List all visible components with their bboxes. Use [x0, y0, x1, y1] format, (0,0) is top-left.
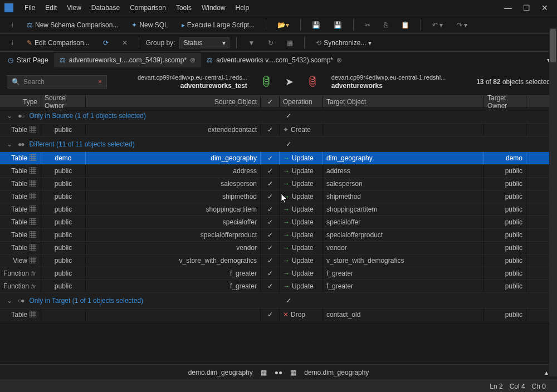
- cut-button[interactable]: ✂: [360, 19, 375, 31]
- new-sql-button[interactable]: ✦ New SQL: [127, 19, 172, 31]
- paste-button[interactable]: 📋: [397, 19, 414, 31]
- row-checkbox[interactable]: ✓: [261, 229, 280, 241]
- menu-edit[interactable]: Edit: [41, 2, 61, 14]
- tab[interactable]: ⚖adventureworks v....com_5432).scomp*⊗: [201, 53, 348, 67]
- menu-tools[interactable]: Tools: [172, 2, 196, 14]
- chevron-down-icon[interactable]: ⌄: [7, 140, 12, 148]
- col-check[interactable]: ✓: [261, 96, 280, 107]
- undo-button[interactable]: ↶ ▾: [428, 19, 447, 31]
- svg-rect-35: [30, 231, 36, 238]
- table-row[interactable]: Table publicspecialoffer✓→Updatespecialo…: [0, 216, 557, 229]
- title-bar: FileEditViewDatabaseComparisonToolsWindo…: [0, 0, 557, 16]
- group-label[interactable]: Only in Source (1 of 1 objects selected): [30, 112, 146, 120]
- execute-button[interactable]: ▸ Execute Large Script...: [177, 19, 259, 31]
- copy-button[interactable]: ⎘: [379, 19, 392, 31]
- dropdown-icon[interactable]: ⁞: [7, 37, 18, 49]
- open-button[interactable]: 📂▾: [273, 19, 294, 31]
- maximize-button[interactable]: ☐: [523, 3, 530, 12]
- row-source-owner: public: [41, 229, 86, 241]
- group-label[interactable]: Different (11 of 11 objects selected): [30, 140, 135, 148]
- search-input[interactable]: 🔍 Search ×: [7, 75, 107, 89]
- group-check[interactable]: ✓: [286, 297, 291, 305]
- col-source-owner[interactable]: Source Owner: [41, 96, 86, 107]
- close-button[interactable]: ✕: [541, 3, 548, 12]
- report-button[interactable]: ▦: [282, 37, 297, 49]
- table-row[interactable]: Table publicspecialofferproduct✓→Updates…: [0, 229, 557, 242]
- type-icon: fx: [31, 282, 37, 290]
- chevron-down-icon[interactable]: ⌄: [7, 112, 12, 120]
- group-by-dropdown[interactable]: Status▾: [179, 37, 229, 48]
- table-row[interactable]: Function fxpublicf_greater✓→Updatef_grea…: [0, 280, 557, 293]
- row-checkbox[interactable]: ✓: [261, 152, 280, 164]
- table-icon: ▦: [261, 369, 267, 376]
- menu-file[interactable]: File: [20, 2, 40, 14]
- filter-button[interactable]: ▼: [243, 37, 259, 49]
- menu-help[interactable]: Help: [231, 2, 254, 14]
- new-schema-button[interactable]: ⚖ New Schema Comparison...: [22, 19, 123, 31]
- row-target-object: specialoffer: [323, 216, 484, 228]
- menu-view[interactable]: View: [62, 2, 86, 14]
- clear-search-icon[interactable]: ×: [98, 78, 102, 86]
- scrollbar[interactable]: [549, 68, 557, 376]
- table-row[interactable]: Table publicsalesperson✓→Updatesalespers…: [0, 178, 557, 190]
- col-operation[interactable]: Operation: [280, 96, 323, 107]
- group-indicator: ●○: [18, 112, 24, 120]
- row-checkbox[interactable]: ✓: [261, 242, 280, 254]
- row-target-object: salesperson: [323, 178, 484, 190]
- row-checkbox[interactable]: ✓: [261, 190, 280, 203]
- expand-icon[interactable]: ▴: [545, 369, 548, 376]
- table-row[interactable]: Table publicaddress✓→Updateaddresspublic: [0, 165, 557, 178]
- type-icon: [30, 205, 37, 213]
- group-header[interactable]: ⌄●●Different (11 of 11 objects selected)…: [0, 136, 557, 152]
- dropdown-icon[interactable]: ⁞: [7, 19, 18, 31]
- col-source-object[interactable]: Source Object: [86, 96, 261, 107]
- col-target-owner[interactable]: Target Owner: [484, 96, 526, 107]
- row-checkbox[interactable]: ✓: [261, 203, 280, 215]
- edit-comparison-button[interactable]: ✎ Edit Comparison...: [22, 37, 94, 49]
- update-icon: →: [283, 231, 290, 239]
- row-checkbox[interactable]: ✓: [261, 178, 280, 190]
- tab[interactable]: ⚖adventureworks_t....com_5439).scomp*⊗: [54, 53, 201, 67]
- swap-button[interactable]: ↻: [263, 37, 278, 49]
- redo-button[interactable]: ↷ ▾: [452, 19, 472, 31]
- row-source-owner: public: [41, 254, 86, 267]
- menu-window[interactable]: Window: [197, 2, 230, 14]
- source-db: devart.cp99r4ediwxp.eu-central-1.reds...…: [138, 74, 247, 90]
- table-row[interactable]: Table ✓✕Dropcontact_oldpublic: [0, 308, 557, 321]
- minimize-button[interactable]: ―: [504, 3, 512, 12]
- row-checkbox[interactable]: ✓: [261, 254, 280, 267]
- row-checkbox[interactable]: ✓: [261, 308, 280, 321]
- menu-database[interactable]: Database: [87, 2, 124, 14]
- row-checkbox[interactable]: ✓: [261, 267, 280, 280]
- group-check[interactable]: ✓: [286, 140, 291, 148]
- table-row[interactable]: View publicv_store_with_demografics✓→Upd…: [0, 254, 557, 267]
- tab-close-icon[interactable]: ⊗: [336, 56, 342, 64]
- group-header[interactable]: ⌄○●Only in Target (1 of 1 objects select…: [0, 293, 557, 308]
- col-target-object[interactable]: Target Object: [323, 96, 484, 107]
- row-checkbox[interactable]: ✓: [261, 124, 280, 136]
- group-header[interactable]: ⌄●○Only in Source (1 of 1 objects select…: [0, 108, 557, 124]
- chevron-down-icon[interactable]: ⌄: [7, 297, 12, 305]
- row-operation: →Update: [280, 216, 323, 228]
- save-button[interactable]: 💾: [307, 19, 325, 31]
- table-row[interactable]: Table publicshoppingcartitem✓→Updateshop…: [0, 203, 557, 216]
- table-row[interactable]: Table demodim_geography✓→Updatedim_geogr…: [0, 152, 557, 165]
- target-db: devart.cp99r4ediwxp.eu-central-1.redshi.…: [331, 74, 446, 90]
- menu-comparison[interactable]: Comparison: [125, 2, 170, 14]
- row-checkbox[interactable]: ✓: [261, 216, 280, 228]
- tab[interactable]: ◷Start Page: [2, 53, 54, 67]
- table-row[interactable]: Table publicvendor✓→Updatevendorpublic: [0, 242, 557, 254]
- table-row[interactable]: Table publicextendedcontact✓✦Create: [0, 124, 557, 136]
- col-type[interactable]: Type: [0, 96, 41, 107]
- synchronize-button[interactable]: ⟲ Synchronize... ▾: [311, 37, 376, 49]
- group-check[interactable]: ✓: [286, 112, 291, 120]
- row-checkbox[interactable]: ✓: [261, 165, 280, 177]
- row-checkbox[interactable]: ✓: [261, 280, 280, 292]
- table-row[interactable]: Function fxpublicf_greater✓→Updatef_grea…: [0, 267, 557, 280]
- refresh-button[interactable]: ⟳: [99, 37, 113, 49]
- group-label[interactable]: Only in Target (1 of 1 objects selected): [30, 297, 144, 305]
- tab-close-icon[interactable]: ⊗: [190, 56, 196, 64]
- cancel-button[interactable]: ✕: [118, 37, 132, 49]
- save-all-button[interactable]: 💾: [329, 19, 346, 31]
- table-row[interactable]: Table publicshipmethod✓→Updateshipmethod…: [0, 190, 557, 203]
